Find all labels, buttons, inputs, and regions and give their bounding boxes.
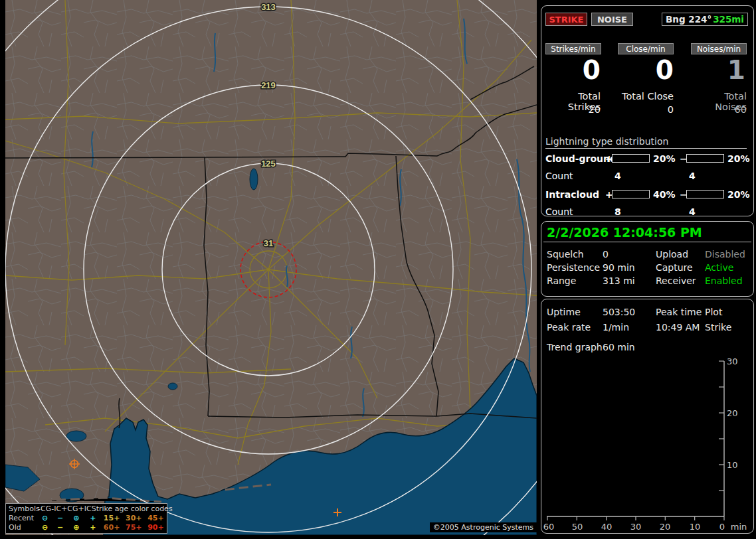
- trend-y-ticks: [719, 361, 724, 491]
- persistence-row: Persistence 90 min Capture Active: [541, 262, 753, 274]
- noise-mode-button[interactable]: NOISE: [591, 13, 633, 26]
- age-code-75: 75+: [123, 523, 145, 532]
- plot-mode-value: Strike: [705, 322, 731, 333]
- close-per-min-value: 0: [619, 56, 674, 84]
- ic-negative-bar: [686, 190, 724, 198]
- ic-negative-pct: 20%: [727, 189, 750, 200]
- peak-rate-label: Peak rate: [547, 322, 591, 333]
- legend-col-neg-cg: -CG: [38, 504, 51, 514]
- ic-positive-count: 8: [614, 206, 621, 217]
- cg-negative-count: 4: [689, 171, 696, 181]
- distribution-title: Lightning type distribution: [545, 136, 668, 147]
- ring-label-125: 125: [261, 159, 276, 169]
- old-pos-ic-icon: +: [85, 523, 100, 532]
- trend-y-labels: 30 20 10: [727, 356, 738, 470]
- peak-time-label: Peak time: [656, 307, 702, 317]
- trend-x-ticks: [547, 516, 724, 520]
- lightning-map[interactable]: 313 219 125 31 Symbols -CG -IC +CG +IC S…: [5, 0, 537, 535]
- peak-rate-row: Peak rate 1/min 10:49 AM Strike: [541, 322, 753, 334]
- trend-graph-label: Trend graph: [547, 342, 603, 352]
- x-label-10: 10: [690, 522, 701, 532]
- ic-positive-pct: 40%: [653, 189, 676, 200]
- cg-negative-pct: 20%: [727, 153, 750, 164]
- intracloud-label: Intracloud: [545, 189, 599, 200]
- old-neg-cg-icon: ⊖: [37, 523, 52, 532]
- uptime-row: Uptime 503:50 Peak time Plot: [541, 307, 753, 319]
- old-pos-cg-icon: ⊕: [68, 523, 85, 532]
- age-code-90: 90+: [145, 523, 167, 532]
- strike-mode-button[interactable]: STRIKE: [545, 13, 587, 26]
- cloud-ground-row: Cloud-ground + 20% − 20%: [541, 153, 753, 164]
- x-label-40: 40: [601, 522, 613, 532]
- trend-graph: 30 20 10 60 50 40 30 20 10 0 min: [541, 352, 753, 533]
- squelch-label: Squelch: [547, 249, 584, 260]
- datetime-divider: [543, 242, 751, 242]
- legend-header-row: Symbols -CG -IC +CG +IC Strike age color…: [9, 504, 167, 514]
- recent-pos-cg-icon: ⊕: [68, 514, 85, 523]
- uptime-value: 503:50: [603, 307, 635, 317]
- close-per-min-chip[interactable]: Close/min: [618, 43, 674, 54]
- datetime-display: 2/2/2026 12:04:56 PM: [547, 225, 702, 240]
- bearing-distance: 325mi: [713, 14, 744, 25]
- receiver-label: Receiver: [656, 275, 696, 286]
- x-unit-label: min: [731, 522, 747, 532]
- legend-age-header: Strike age color codes: [92, 504, 173, 514]
- intracloud-count-row: Count 8 4: [541, 206, 753, 217]
- trend-graph-window: 60 min: [603, 342, 635, 352]
- legend-recent-row: Recent ⊖ − ⊕ + 15+ 30+ 45+: [9, 514, 167, 523]
- plot-label: Plot: [705, 307, 722, 317]
- recent-pos-ic-icon: +: [85, 514, 100, 523]
- peak-rate-value: 1/min: [603, 322, 629, 333]
- x-label-0: 0: [719, 522, 725, 532]
- age-code-45: 45+: [145, 514, 167, 523]
- copyright-notice: ©2005 Astrogenic Systems: [430, 522, 537, 532]
- legend-col-neg-ic: -IC: [51, 504, 61, 514]
- map-canvas: 313 219 125 31: [5, 0, 537, 535]
- symbols-legend: Symbols -CG -IC +CG +IC Strike age color…: [5, 503, 167, 534]
- y-label-20: 20: [727, 408, 738, 418]
- y-label-30: 30: [727, 356, 738, 366]
- cg-positive-bar: [612, 154, 650, 163]
- strikes-per-min-chip[interactable]: Strikes/min: [545, 43, 601, 54]
- upload-label: Upload: [656, 249, 688, 260]
- cloud-ground-count-row: Count 4 4: [541, 171, 753, 181]
- upload-status: Disabled: [705, 249, 745, 260]
- trend-x-labels: 60 50 40 30 20 10 0 min: [543, 522, 747, 532]
- legend-col-pos-cg: +CG: [61, 504, 78, 514]
- recent-neg-ic-icon: −: [52, 514, 67, 523]
- range-label: Range: [547, 275, 576, 286]
- x-label-60: 60: [543, 522, 555, 532]
- x-label-50: 50: [572, 522, 583, 532]
- ring-label-313: 313: [261, 2, 276, 12]
- strikes-per-min-value: 0: [546, 56, 601, 84]
- y-label-10: 10: [727, 460, 738, 470]
- squelch-value: 0: [603, 249, 609, 260]
- age-code-15: 15+: [101, 514, 123, 523]
- capture-label: Capture: [656, 262, 693, 273]
- total-close-label: Total Close: [618, 91, 674, 102]
- peak-time-value: 10:49 AM: [656, 322, 700, 333]
- persistence-value: 90 min: [603, 262, 635, 273]
- total-noises-value: 60: [691, 104, 747, 115]
- cg-positive-count: 4: [614, 171, 621, 181]
- noises-per-min-chip[interactable]: Noises/min: [691, 43, 747, 54]
- ic-count-label: Count: [545, 206, 573, 217]
- range-row: Range 313 mi Receiver Enabled: [541, 275, 753, 287]
- cg-negative-bar: [686, 154, 724, 163]
- status-panel: 2/2/2026 12:04:56 PM Squelch 0 Upload Di…: [541, 221, 754, 297]
- receiver-status: Enabled: [705, 275, 743, 286]
- total-close-value: 0: [618, 104, 674, 115]
- cg-positive-pct: 20%: [653, 153, 676, 164]
- capture-status: Active: [705, 262, 733, 273]
- strike-stats-panel: STRIKE NOISE Bng 224° 325mi Strikes/min …: [541, 5, 754, 216]
- range-value: 313 mi: [603, 275, 635, 286]
- ic-negative-count: 4: [689, 206, 696, 217]
- legend-recent-label: Recent: [9, 514, 37, 523]
- squelch-row: Squelch 0 Upload Disabled: [541, 249, 753, 261]
- x-label-30: 30: [630, 522, 642, 532]
- noises-per-min-value: 1: [691, 56, 745, 84]
- x-label-20: 20: [660, 522, 671, 532]
- persistence-label: Persistence: [547, 262, 600, 273]
- app-window: { "map": { "ring_labels": ["313", "219",…: [0, 0, 756, 539]
- ring-label-219: 219: [261, 80, 276, 90]
